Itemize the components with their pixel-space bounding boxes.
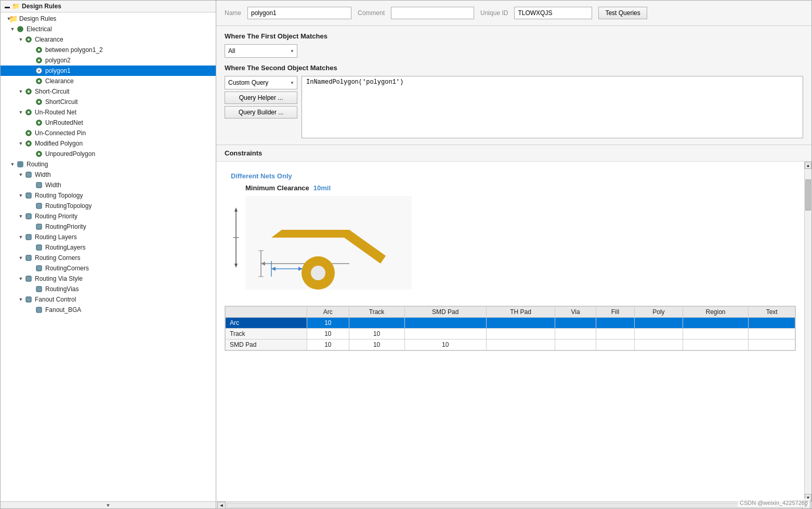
cell-track-via[interactable] [555, 329, 596, 340]
cell-arc-th[interactable] [486, 318, 555, 329]
tree-item-shortcircuit[interactable]: ShortCircuit [1, 97, 216, 107]
scroll-area[interactable] [805, 169, 811, 494]
expand-icon[interactable]: ▼ [17, 233, 24, 241]
cell-smd-th[interactable] [486, 340, 555, 350]
tree-item-polygon1[interactable]: polygon1 [1, 66, 216, 76]
cell-smd-smd[interactable]: 10 [404, 340, 486, 350]
tree-item-routinglayers[interactable]: RoutingLayers [1, 242, 216, 253]
tree-item-routing-topology[interactable]: ▼ Routing Topology [1, 190, 216, 201]
tree-item-modified-polygon[interactable]: ▼ Modified Polygon [1, 138, 216, 149]
cell-track-fill[interactable] [596, 329, 634, 340]
cell-arc-via[interactable] [555, 318, 596, 329]
tree-label: Routing Layers [33, 233, 79, 241]
table-row-track[interactable]: Track 10 10 [226, 329, 795, 340]
tree-item-routing[interactable]: ▼ Routing [1, 159, 216, 169]
tree-item-design-rules[interactable]: ▼ 📁 Design Rules [1, 14, 216, 24]
tree-item-electrical[interactable]: ▼ Electrical [1, 24, 216, 34]
tree-item-routing-corners[interactable]: ▼ Routing Corners [1, 253, 216, 263]
expand-icon[interactable]: ▼ [17, 109, 24, 116]
custom-query-dropdown[interactable]: All Custom Query Helper Query Net Net Cl… [225, 76, 297, 89]
tree-item-polygon2[interactable]: polygon2 [1, 55, 216, 66]
query-builder-button[interactable]: Query Builder ... [225, 106, 297, 119]
cell-arc-track[interactable] [349, 318, 404, 329]
horizontal-scrollbar[interactable]: ◄ ► [216, 501, 811, 508]
cell-smd-track[interactable]: 10 [349, 340, 404, 350]
name-input[interactable] [247, 7, 351, 19]
tree-item-unpouredpolygon[interactable]: UnpouredPolygon [1, 149, 216, 159]
cell-smd-fill[interactable] [596, 340, 634, 350]
tree-item-routingcorners[interactable]: RoutingCorners [1, 263, 216, 273]
cell-smd-arc[interactable]: 10 [307, 340, 349, 350]
tree-item-routing-via-style[interactable]: ▼ Routing Via Style [1, 273, 216, 284]
expand-icon[interactable]: ▼ [17, 213, 24, 220]
expand-icon[interactable]: ▼ [17, 296, 24, 303]
comment-input[interactable] [391, 7, 474, 19]
expand-icon[interactable]: ▼ [17, 36, 24, 43]
tree-item-width-item[interactable]: Width [1, 180, 216, 190]
cell-arc-arc[interactable]: 10 [307, 318, 349, 329]
cell-track-track[interactable]: 10 [349, 329, 404, 340]
collapse-icon[interactable]: ▬ [5, 4, 10, 9]
table-row-smd-pad[interactable]: SMD Pad 10 10 10 [226, 340, 795, 350]
expand-icon[interactable]: ▼ [17, 275, 24, 282]
tree-item-unconnected-pin[interactable]: Un-Connected Pin [1, 128, 216, 138]
h-scroll-track[interactable] [227, 503, 801, 508]
query-textarea[interactable]: InNamedPolygon('polygon1') [302, 76, 803, 138]
expand-icon[interactable]: ▼ [17, 140, 24, 147]
rule-icon [35, 264, 43, 272]
right-scrollbar[interactable]: ▲ ▼ [804, 162, 811, 501]
first-object-dropdown[interactable]: All Net Net Class Custom Query [225, 44, 297, 58]
tree-item-between-polygon[interactable]: between polygon1_2 [1, 45, 216, 55]
expand-icon[interactable]: ▼ [1, 15, 9, 22]
tree-container[interactable]: ▼ 📁 Design Rules ▼ Electrical ▼ Clearanc… [1, 12, 216, 501]
rule-icon [35, 181, 43, 189]
test-queries-button[interactable]: Test Queries [598, 7, 647, 19]
expand-icon[interactable]: ▼ [9, 161, 16, 168]
expand-icon[interactable]: ▼ [17, 88, 24, 95]
tree-item-unrouted-net[interactable]: ▼ Un-Routed Net [1, 107, 216, 118]
tree-item-fanout-bga[interactable]: Fanout_BGA [1, 305, 216, 315]
cell-arc-region[interactable] [683, 318, 748, 329]
tree-item-short-circuit[interactable]: ▼ Short-Circuit [1, 86, 216, 97]
cell-track-smd[interactable] [404, 329, 486, 340]
scroll-up-button[interactable]: ▲ [805, 162, 811, 169]
scroll-thumb[interactable] [805, 179, 811, 211]
custom-query-dropdown-wrapper[interactable]: All Custom Query Helper Query Net Net Cl… [225, 76, 297, 89]
scroll-down-btn[interactable]: ▼ [1, 501, 216, 508]
cell-smd-text[interactable] [749, 340, 795, 350]
tree-item-routingvias[interactable]: RoutingVias [1, 284, 216, 294]
cell-track-th[interactable] [486, 329, 555, 340]
cell-smd-via[interactable] [555, 340, 596, 350]
expand-icon[interactable]: ▼ [17, 171, 24, 178]
cell-arc-text[interactable] [749, 318, 795, 329]
scroll-left-button[interactable]: ◄ [217, 502, 226, 509]
cell-smd-poly[interactable] [635, 340, 683, 350]
tree-item-clearance-item[interactable]: Clearance [1, 76, 216, 86]
table-row-arc[interactable]: Arc 10 [226, 318, 795, 329]
tree-item-routingtopology[interactable]: RoutingTopology [1, 201, 216, 211]
first-object-dropdown-wrapper[interactable]: All Net Net Class Custom Query [225, 44, 297, 58]
expand-icon[interactable]: ▼ [17, 192, 24, 199]
cell-track-text[interactable] [749, 329, 795, 340]
tree-item-clearance-group[interactable]: ▼ Clearance [1, 34, 216, 45]
tree-item-routing-layers[interactable]: ▼ Routing Layers [1, 232, 216, 242]
query-helper-button[interactable]: Query Helper ... [225, 92, 297, 104]
cell-track-region[interactable] [683, 329, 748, 340]
cell-smd-region[interactable] [683, 340, 748, 350]
uid-input[interactable] [514, 7, 592, 19]
tree-item-routingpriority[interactable]: RoutingPriority [1, 221, 216, 232]
cell-track-poly[interactable] [635, 329, 683, 340]
min-clearance-label: Minimum Clearance [245, 184, 309, 192]
svg-marker-44 [234, 264, 238, 268]
tree-item-width-group[interactable]: ▼ Width [1, 169, 216, 180]
tree-item-unroutednet[interactable]: UnRoutedNet [1, 118, 216, 128]
watermark: CSDN @weixin_42257268 [738, 499, 810, 507]
expand-icon[interactable]: ▼ [9, 25, 16, 33]
tree-item-routing-priority[interactable]: ▼ Routing Priority [1, 211, 216, 221]
cell-arc-fill[interactable] [596, 318, 634, 329]
cell-track-arc[interactable]: 10 [307, 329, 349, 340]
tree-item-fanout-control[interactable]: ▼ Fanout Control [1, 294, 216, 305]
cell-arc-smd[interactable] [404, 318, 486, 329]
cell-arc-poly[interactable] [635, 318, 683, 329]
expand-icon[interactable]: ▼ [17, 254, 24, 262]
